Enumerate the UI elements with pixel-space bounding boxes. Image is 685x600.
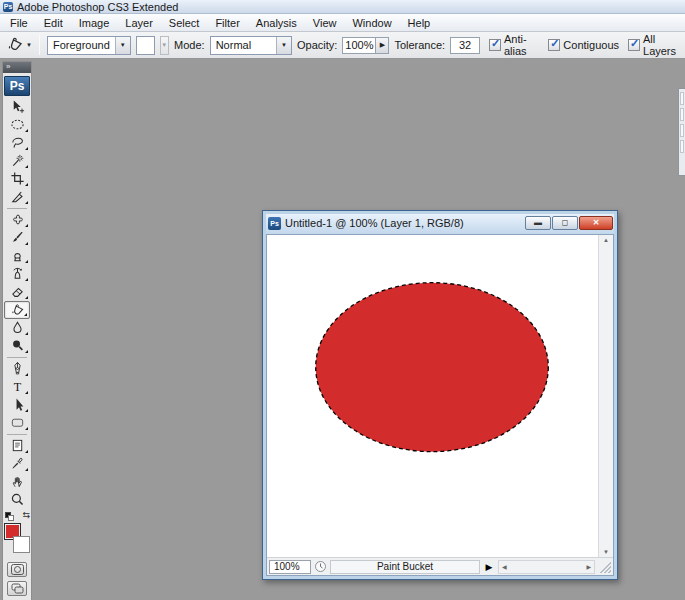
- timer-icon[interactable]: [314, 560, 327, 573]
- close-button[interactable]: ✕: [579, 216, 613, 230]
- antialias-checkbox[interactable]: [489, 39, 501, 51]
- brush-icon: [10, 230, 25, 247]
- tool-dodge[interactable]: [4, 337, 30, 355]
- tool-slice[interactable]: [4, 188, 30, 206]
- blur-icon: [10, 320, 25, 337]
- tool-hand[interactable]: [4, 473, 30, 491]
- document-window: Ps Untitled-1 @ 100% (Layer 1, RGB/8) ▬ …: [262, 210, 618, 580]
- contiguous-checkbox[interactable]: [548, 39, 560, 51]
- all-layers-option[interactable]: All Layers: [628, 33, 681, 57]
- lasso-icon: [10, 135, 25, 152]
- tool-zoom[interactable]: [4, 491, 30, 509]
- menu-help[interactable]: Help: [400, 15, 439, 31]
- tolerance-input[interactable]: 32: [450, 37, 480, 54]
- path-selection-icon: [10, 397, 25, 414]
- photoshop-logo-badge[interactable]: Ps: [4, 76, 30, 96]
- quick-mask-icon: [11, 564, 24, 575]
- tool-paint-bucket[interactable]: [4, 301, 30, 319]
- scroll-right-icon[interactable]: ▶: [586, 564, 591, 570]
- tool-elliptical-marquee[interactable]: [4, 116, 30, 134]
- restore-button[interactable]: ◻: [552, 216, 578, 230]
- menu-window[interactable]: Window: [344, 15, 399, 31]
- canvas-art: [267, 235, 598, 557]
- dock-button[interactable]: [680, 108, 684, 121]
- divider: [39, 35, 40, 55]
- menu-analysis[interactable]: Analysis: [248, 15, 305, 31]
- tool-move[interactable]: [4, 98, 30, 116]
- toolbox-separator: [7, 434, 27, 435]
- tool-eraser[interactable]: [4, 283, 30, 301]
- all-layers-checkbox[interactable]: [628, 39, 640, 51]
- menu-file[interactable]: File: [2, 15, 36, 31]
- swap-colors-icon[interactable]: ⇆: [22, 510, 30, 520]
- mode-label: Mode:: [174, 39, 205, 51]
- toolbox-separator: [7, 208, 27, 209]
- zoom-level-input[interactable]: 100%: [269, 560, 311, 574]
- contiguous-label: Contiguous: [563, 39, 619, 51]
- vertical-scrollbar[interactable]: ▲ ▼: [598, 235, 613, 557]
- tool-path-selection[interactable]: [4, 396, 30, 414]
- dock-button[interactable]: [680, 124, 684, 137]
- antialias-option[interactable]: Anti-alias: [489, 33, 539, 57]
- menu-filter[interactable]: Filter: [207, 15, 247, 31]
- contiguous-option[interactable]: Contiguous: [548, 39, 619, 51]
- hand-icon: [10, 474, 25, 491]
- shape-icon: [10, 415, 25, 432]
- status-tool-indicator[interactable]: Paint Bucket: [330, 560, 480, 574]
- collapsed-panel-dock[interactable]: [678, 88, 685, 176]
- pattern-swatch[interactable]: [136, 36, 155, 55]
- tool-lasso[interactable]: [4, 134, 30, 152]
- notes-icon: [10, 438, 25, 455]
- app-title: Adobe Photoshop CS3 Extended: [17, 1, 178, 13]
- tool-pen[interactable]: [4, 360, 30, 378]
- options-bar: ▼ Foreground ▼ ▼ Mode: Normal ▼ Opacity:…: [0, 32, 685, 59]
- scroll-down-icon[interactable]: ▼: [603, 549, 609, 555]
- tool-brush[interactable]: [4, 229, 30, 247]
- fill-source-dropdown[interactable]: Foreground ▼: [47, 36, 131, 55]
- eraser-icon: [10, 284, 25, 301]
- default-colors-icon[interactable]: [5, 512, 14, 521]
- minimize-button[interactable]: ▬: [525, 216, 551, 230]
- menu-image[interactable]: Image: [71, 15, 118, 31]
- scroll-up-icon[interactable]: ▲: [603, 237, 609, 243]
- dock-button[interactable]: [680, 140, 684, 153]
- resize-grip[interactable]: [598, 560, 611, 573]
- tool-history-brush[interactable]: [4, 265, 30, 283]
- canvas[interactable]: [267, 235, 598, 557]
- tool-shape[interactable]: [4, 414, 30, 432]
- menu-select[interactable]: Select: [161, 15, 208, 31]
- scroll-left-icon[interactable]: ◀: [502, 564, 507, 570]
- tool-type[interactable]: T: [4, 378, 30, 396]
- tool-crop[interactable]: [4, 170, 30, 188]
- document-titlebar[interactable]: Ps Untitled-1 @ 100% (Layer 1, RGB/8) ▬ …: [266, 214, 614, 234]
- opacity-slider-arrow[interactable]: ▶: [376, 37, 389, 54]
- tolerance-label: Tolerance:: [394, 39, 445, 51]
- background-color-swatch[interactable]: [13, 536, 30, 553]
- quick-mask-button[interactable]: [7, 562, 27, 577]
- pattern-picker-arrow[interactable]: ▼: [160, 36, 170, 55]
- menubar: File Edit Image Layer Select Filter Anal…: [0, 14, 685, 32]
- menu-edit[interactable]: Edit: [36, 15, 71, 31]
- chevron-down-icon: ▼: [26, 42, 32, 48]
- tool-notes[interactable]: [4, 437, 30, 455]
- slice-icon: [10, 189, 25, 206]
- menu-view[interactable]: View: [305, 15, 345, 31]
- tool-eyedropper[interactable]: [4, 455, 30, 473]
- screen-mode-button[interactable]: [7, 581, 27, 596]
- horizontal-scrollbar[interactable]: ◀ ▶: [498, 560, 595, 574]
- tool-blur[interactable]: [4, 319, 30, 337]
- menu-layer[interactable]: Layer: [117, 15, 161, 31]
- tool-clone-stamp[interactable]: [4, 247, 30, 265]
- document-status-bar: 100% Paint Bucket ▶ ◀ ▶: [267, 557, 613, 575]
- tool-magic-wand[interactable]: [4, 152, 30, 170]
- toolbox-collapse-button[interactable]: »: [3, 62, 31, 73]
- opacity-input[interactable]: 100%: [342, 37, 376, 54]
- tool-preset-picker[interactable]: ▼: [6, 35, 32, 55]
- toolbox-separator: [7, 357, 27, 358]
- tool-patch[interactable]: [4, 211, 30, 229]
- app-titlebar[interactable]: Ps Adobe Photoshop CS3 Extended: [0, 0, 685, 14]
- mode-dropdown[interactable]: Normal ▼: [210, 36, 292, 55]
- all-layers-label: All Layers: [643, 33, 681, 57]
- status-menu-arrow-icon[interactable]: ▶: [483, 562, 495, 572]
- dock-button[interactable]: [680, 92, 684, 105]
